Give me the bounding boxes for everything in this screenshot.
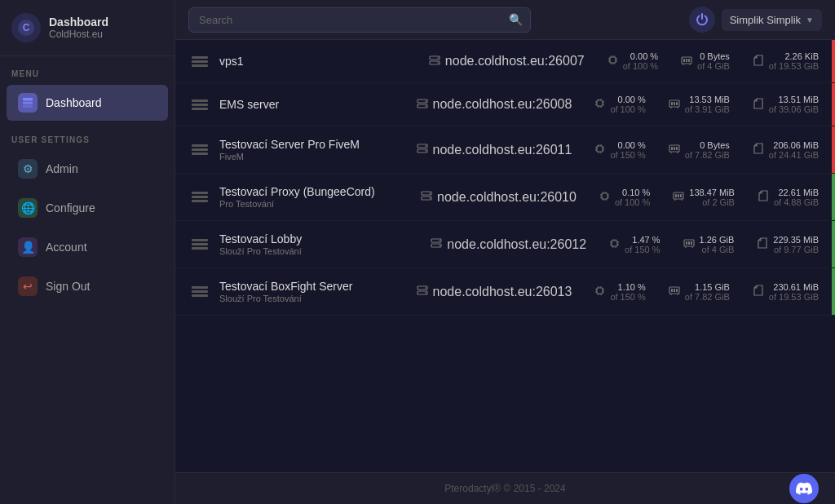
ram-stat: 13.53 MiB of 3.91 GiB — [669, 95, 730, 114]
server-sub: FiveM — [219, 152, 400, 161]
svg-rect-4 — [23, 105, 33, 108]
svg-rect-47 — [597, 146, 603, 152]
cpu-values: 0.00 % of 100 % — [610, 95, 645, 114]
svg-point-45 — [425, 145, 426, 147]
node-address: node.coldhost.eu:26010 — [437, 190, 577, 205]
server-stats: node.coldhost.eu:26013 — [417, 282, 819, 302]
disk-main: 2.26 KiB — [784, 51, 819, 61]
cpu-pct: 1.10 % — [618, 282, 646, 292]
cpu-icon — [607, 55, 618, 68]
server-icon — [429, 55, 440, 69]
sidebar-configure-label: Configure — [46, 201, 95, 214]
server-node-stat: node.coldhost.eu:26008 — [417, 97, 572, 112]
footer-text: Pterodactyl® © 2015 - 2024 — [444, 483, 565, 494]
search-icon[interactable]: 🔍 — [509, 13, 523, 26]
svg-point-103 — [425, 292, 426, 294]
sidebar-item-dashboard[interactable]: Dashboard — [7, 85, 168, 121]
cpu-values: 1.47 % of 150 % — [625, 235, 660, 254]
disk-values: 22.61 MiB of 4.88 GiB — [774, 188, 819, 207]
cpu-of: of 100 % — [623, 61, 658, 71]
svg-rect-85 — [612, 241, 617, 246]
globe-icon: 🌐 — [18, 198, 38, 218]
server-icon — [421, 190, 432, 204]
sidebar-item-admin[interactable]: ⚙ Admin — [7, 151, 168, 187]
server-icon — [417, 98, 428, 112]
server-info: Testovací Server Pro FiveM FiveM — [219, 138, 400, 161]
disk-main: 229.35 MiB — [773, 235, 819, 245]
cpu-of: of 150 % — [625, 245, 660, 254]
disk-icon — [757, 237, 768, 251]
svg-rect-61 — [676, 147, 678, 150]
layers-icon — [18, 93, 38, 113]
svg-rect-118 — [676, 289, 678, 292]
sidebar-item-configure[interactable]: 🌐 Configure — [7, 190, 168, 226]
server-node-stat: node.coldhost.eu:26011 — [417, 143, 572, 157]
disk-icon — [753, 285, 764, 298]
cpu-pct: 0.00 % — [630, 51, 658, 61]
disk-stat: 2.26 KiB of 19.53 GiB — [753, 51, 819, 71]
sidebar-admin-label: Admin — [46, 162, 78, 175]
svg-rect-40 — [671, 102, 673, 105]
server-node-stat: node.coldhost.eu:26013 — [417, 285, 572, 299]
menu-section-label: MENU — [0, 56, 175, 83]
svg-point-84 — [439, 245, 440, 246]
server-menu-icon — [192, 99, 208, 110]
cpu-stat: 0.10 % of 100 % — [599, 188, 650, 207]
discord-button[interactable] — [789, 474, 819, 503]
svg-rect-42 — [676, 102, 678, 105]
svg-rect-99 — [691, 241, 692, 245]
server-info: EMS server — [219, 98, 400, 111]
power-icon[interactable] — [689, 7, 715, 33]
status-indicator — [832, 126, 835, 173]
footer: Pterodactyl® © 2015 - 2024 — [175, 472, 835, 504]
sidebar: C Dashboard ColdHost.eu MENU Dashboard U… — [0, 0, 175, 504]
ram-icon — [669, 285, 680, 298]
svg-rect-79 — [678, 194, 679, 197]
ram-stat: 1.26 GiB of 4 GiB — [683, 235, 735, 254]
sidebar-logo: C — [11, 13, 41, 42]
node-address: node.coldhost.eu:26012 — [447, 237, 586, 252]
ram-of: of 3.91 GiB — [685, 104, 730, 114]
user-settings-label: USER SETTINGS — [0, 122, 175, 149]
svg-rect-9 — [610, 57, 616, 63]
main-content: 🔍 Simplik Simplik ▼ vps1 — [175, 0, 835, 504]
server-row[interactable]: Testovací Proxy (BungeeCord) Pro Testová… — [175, 174, 835, 221]
server-menu-icon — [192, 192, 208, 202]
server-row[interactable]: Testovací Server Pro FiveM FiveM node.co… — [175, 126, 835, 174]
search-input[interactable] — [188, 7, 531, 33]
server-sub: Slouží Pro Testování — [219, 246, 414, 256]
svg-rect-66 — [602, 193, 607, 199]
cpu-pct: 1.47 % — [632, 235, 660, 245]
cpu-stat: 0.00 % of 100 % — [607, 51, 658, 71]
svg-rect-104 — [597, 288, 603, 294]
server-row[interactable]: Testovací BoxFight Server Slouží Pro Tes… — [175, 268, 835, 316]
server-stats: node.coldhost.eu:26008 — [417, 95, 819, 114]
svg-text:C: C — [23, 22, 30, 33]
node-address: node.coldhost.eu:26007 — [445, 54, 585, 69]
server-row[interactable]: Testovací Lobby Slouží Pro Testování nod… — [175, 221, 835, 268]
disk-icon — [753, 98, 764, 112]
sidebar-item-account[interactable]: 👤 Account — [7, 229, 168, 265]
ram-icon — [683, 238, 695, 250]
ram-icon — [681, 55, 692, 68]
disk-icon — [753, 143, 764, 157]
ram-stat: 0 Bytes of 4 GiB — [681, 51, 730, 71]
node-address: node.coldhost.eu:26011 — [433, 143, 572, 157]
disk-stat: 22.61 MiB of 4.88 GiB — [758, 188, 819, 207]
ram-stat: 138.47 MiB of 2 GiB — [673, 188, 735, 207]
ram-of: of 4 GiB — [697, 61, 730, 71]
svg-rect-23 — [688, 59, 690, 62]
cpu-of: of 150 % — [610, 292, 645, 302]
cpu-of: of 100 % — [610, 104, 645, 114]
status-indicator — [832, 83, 835, 126]
server-menu-icon — [192, 144, 208, 155]
server-row[interactable]: EMS server node.coldhost.eu:26008 — [175, 83, 835, 126]
sidebar-item-signout[interactable]: ↩ Sign Out — [7, 268, 168, 304]
node-address: node.coldhost.eu:26013 — [433, 285, 572, 299]
svg-rect-98 — [688, 241, 690, 245]
account-icon: 👤 — [18, 237, 38, 257]
user-badge[interactable]: Simplik Simplik ▼ — [722, 9, 822, 31]
server-row[interactable]: vps1 node.coldhost.eu:26007 — [175, 40, 835, 83]
svg-rect-78 — [675, 194, 677, 197]
server-menu-icon — [192, 56, 208, 67]
